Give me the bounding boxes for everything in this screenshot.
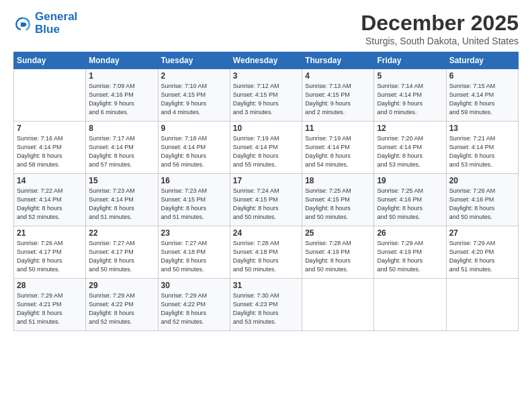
logo: General Blue [13,11,77,36]
cell-4-3: 23Sunrise: 7:27 AM Sunset: 4:18 PM Dayli… [158,226,230,279]
day-number: 23 [161,228,227,238]
cell-5-2: 29Sunrise: 7:29 AM Sunset: 4:22 PM Dayli… [86,279,158,331]
day-number: 17 [233,176,299,185]
day-info: Sunrise: 7:27 AM Sunset: 4:18 PM Dayligh… [161,239,227,274]
cell-2-4: 10Sunrise: 7:19 AM Sunset: 4:14 PM Dayli… [230,122,302,174]
cell-4-6: 26Sunrise: 7:29 AM Sunset: 4:19 PM Dayli… [374,226,446,279]
day-number: 24 [233,228,299,238]
day-info: Sunrise: 7:24 AM Sunset: 4:15 PM Dayligh… [233,187,299,222]
location: Sturgis, South Dakota, United States [361,36,519,46]
day-number: 5 [377,71,443,81]
day-info: Sunrise: 7:13 AM Sunset: 4:15 PM Dayligh… [305,82,371,117]
logo-icon [13,14,32,33]
day-info: Sunrise: 7:28 AM Sunset: 4:19 PM Dayligh… [305,239,371,274]
cell-3-2: 15Sunrise: 7:23 AM Sunset: 4:14 PM Dayli… [86,174,158,226]
day-number: 6 [449,71,515,81]
cell-5-5 [302,279,374,331]
header: General Blue December 2025 Sturgis, Sout… [13,11,519,46]
day-number: 7 [17,124,83,133]
day-info: Sunrise: 7:29 AM Sunset: 4:21 PM Dayligh… [17,291,83,326]
day-info: Sunrise: 7:20 AM Sunset: 4:14 PM Dayligh… [377,134,443,169]
cell-4-2: 22Sunrise: 7:27 AM Sunset: 4:17 PM Dayli… [86,226,158,279]
header-row: SundayMondayTuesdayWednesdayThursdayFrid… [14,52,519,69]
header-day-thursday: Thursday [302,52,374,69]
day-number: 8 [89,124,154,133]
day-number: 29 [89,281,154,290]
header-day-sunday: Sunday [14,52,86,69]
day-info: Sunrise: 7:15 AM Sunset: 4:14 PM Dayligh… [449,82,515,117]
header-day-friday: Friday [374,52,446,69]
day-info: Sunrise: 7:14 AM Sunset: 4:14 PM Dayligh… [377,82,443,117]
cell-1-4: 3Sunrise: 7:12 AM Sunset: 4:15 PM Daylig… [230,69,302,122]
cell-5-1: 28Sunrise: 7:29 AM Sunset: 4:21 PM Dayli… [14,279,86,331]
week-row-5: 28Sunrise: 7:29 AM Sunset: 4:21 PM Dayli… [14,279,519,331]
day-number: 21 [17,228,83,238]
day-info: Sunrise: 7:25 AM Sunset: 4:15 PM Dayligh… [305,187,371,222]
day-number: 26 [377,228,443,238]
cell-1-2: 1Sunrise: 7:09 AM Sunset: 4:16 PM Daylig… [86,69,158,122]
header-day-monday: Monday [86,52,158,69]
day-number: 27 [449,228,515,238]
day-info: Sunrise: 7:29 AM Sunset: 4:19 PM Dayligh… [377,239,443,274]
cell-5-7 [446,279,518,331]
day-number: 13 [449,124,515,133]
cell-3-6: 19Sunrise: 7:25 AM Sunset: 4:16 PM Dayli… [374,174,446,226]
day-info: Sunrise: 7:30 AM Sunset: 4:23 PM Dayligh… [233,291,299,326]
day-info: Sunrise: 7:25 AM Sunset: 4:16 PM Dayligh… [377,187,443,222]
cell-2-6: 12Sunrise: 7:20 AM Sunset: 4:14 PM Dayli… [374,122,446,174]
day-number: 11 [305,124,371,133]
cell-4-1: 21Sunrise: 7:26 AM Sunset: 4:17 PM Dayli… [14,226,86,279]
cell-3-3: 16Sunrise: 7:23 AM Sunset: 4:15 PM Dayli… [158,174,230,226]
cell-1-7: 6Sunrise: 7:15 AM Sunset: 4:14 PM Daylig… [446,69,518,122]
day-number: 20 [449,176,515,185]
cell-1-1 [14,69,86,122]
cell-4-7: 27Sunrise: 7:29 AM Sunset: 4:20 PM Dayli… [446,226,518,279]
day-number: 12 [377,124,443,133]
day-number: 16 [161,176,227,185]
cell-3-4: 17Sunrise: 7:24 AM Sunset: 4:15 PM Dayli… [230,174,302,226]
cell-2-2: 8Sunrise: 7:17 AM Sunset: 4:14 PM Daylig… [86,122,158,174]
day-info: Sunrise: 7:23 AM Sunset: 4:14 PM Dayligh… [89,187,154,222]
day-number: 3 [233,71,299,81]
day-info: Sunrise: 7:17 AM Sunset: 4:14 PM Dayligh… [89,134,154,169]
day-info: Sunrise: 7:16 AM Sunset: 4:14 PM Dayligh… [17,134,83,169]
day-info: Sunrise: 7:26 AM Sunset: 4:16 PM Dayligh… [449,187,515,222]
day-number: 14 [17,176,83,185]
header-day-saturday: Saturday [446,52,518,69]
day-info: Sunrise: 7:27 AM Sunset: 4:17 PM Dayligh… [89,239,154,274]
week-row-2: 7Sunrise: 7:16 AM Sunset: 4:14 PM Daylig… [14,122,519,174]
page: General Blue December 2025 Sturgis, Sout… [0,0,532,411]
cell-1-3: 2Sunrise: 7:10 AM Sunset: 4:15 PM Daylig… [158,69,230,122]
day-info: Sunrise: 7:19 AM Sunset: 4:14 PM Dayligh… [233,134,299,169]
cell-3-5: 18Sunrise: 7:25 AM Sunset: 4:15 PM Dayli… [302,174,374,226]
day-number: 1 [89,71,154,81]
day-info: Sunrise: 7:19 AM Sunset: 4:14 PM Dayligh… [305,134,371,169]
cell-2-5: 11Sunrise: 7:19 AM Sunset: 4:14 PM Dayli… [302,122,374,174]
cell-5-6 [374,279,446,331]
day-number: 30 [161,281,227,290]
cell-4-4: 24Sunrise: 7:28 AM Sunset: 4:18 PM Dayli… [230,226,302,279]
cell-1-5: 4Sunrise: 7:13 AM Sunset: 4:15 PM Daylig… [302,69,374,122]
title-block: December 2025 Sturgis, South Dakota, Uni… [361,11,519,46]
day-number: 9 [161,124,227,133]
day-number: 15 [89,176,154,185]
day-info: Sunrise: 7:09 AM Sunset: 4:16 PM Dayligh… [89,82,154,117]
week-row-1: 1Sunrise: 7:09 AM Sunset: 4:16 PM Daylig… [14,69,519,122]
day-number: 22 [89,228,154,238]
day-number: 25 [305,228,371,238]
day-info: Sunrise: 7:29 AM Sunset: 4:22 PM Dayligh… [161,291,227,326]
day-info: Sunrise: 7:29 AM Sunset: 4:20 PM Dayligh… [449,239,515,274]
day-number: 19 [377,176,443,185]
day-number: 4 [305,71,371,81]
header-day-tuesday: Tuesday [158,52,230,69]
day-info: Sunrise: 7:22 AM Sunset: 4:14 PM Dayligh… [17,187,83,222]
cell-5-4: 31Sunrise: 7:30 AM Sunset: 4:23 PM Dayli… [230,279,302,331]
week-row-4: 21Sunrise: 7:26 AM Sunset: 4:17 PM Dayli… [14,226,519,279]
day-info: Sunrise: 7:28 AM Sunset: 4:18 PM Dayligh… [233,239,299,274]
day-number: 10 [233,124,299,133]
day-info: Sunrise: 7:29 AM Sunset: 4:22 PM Dayligh… [89,291,154,326]
logo-text: General Blue [35,11,77,36]
cell-4-5: 25Sunrise: 7:28 AM Sunset: 4:19 PM Dayli… [302,226,374,279]
calendar-table: SundayMondayTuesdayWednesdayThursdayFrid… [13,52,519,331]
day-number: 28 [17,281,83,290]
